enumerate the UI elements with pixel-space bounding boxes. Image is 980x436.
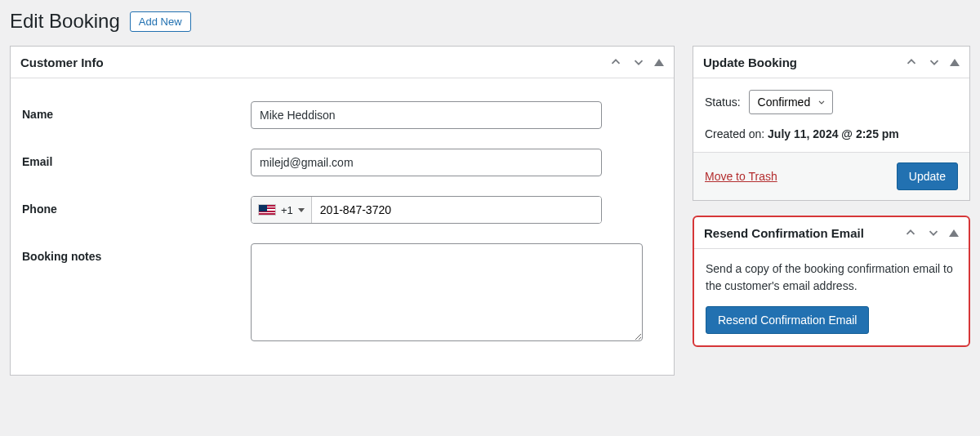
update-booking-title: Update Booking bbox=[703, 56, 797, 69]
toggle-panel-icon[interactable] bbox=[950, 59, 960, 66]
move-up-icon[interactable] bbox=[904, 55, 919, 69]
notes-textarea[interactable] bbox=[251, 243, 643, 341]
resend-email-button[interactable]: Resend Confirmation Email bbox=[706, 306, 869, 334]
move-down-icon[interactable] bbox=[927, 55, 942, 69]
move-down-icon[interactable] bbox=[926, 225, 941, 240]
email-input[interactable] bbox=[251, 149, 602, 176]
phone-label: Phone bbox=[22, 196, 251, 216]
chevron-down-icon bbox=[298, 208, 305, 212]
phone-country-code: +1 bbox=[281, 204, 293, 216]
page-header: Edit Booking Add New bbox=[10, 10, 970, 33]
update-booking-panel: Update Booking Status: Confirmed bbox=[693, 46, 970, 201]
name-row: Name bbox=[22, 101, 662, 129]
phone-input[interactable] bbox=[312, 197, 601, 223]
customer-info-panel: Customer Info Name Email bbox=[10, 46, 675, 376]
customer-info-body: Name Email Phone bbox=[11, 78, 674, 375]
resend-email-actions bbox=[903, 225, 959, 240]
page-title: Edit Booking bbox=[10, 10, 120, 33]
customer-info-actions bbox=[608, 55, 664, 69]
toggle-panel-icon[interactable] bbox=[949, 229, 959, 237]
layout: Customer Info Name Email bbox=[10, 46, 970, 390]
move-to-trash-link[interactable]: Move to Trash bbox=[705, 170, 777, 183]
phone-row: Phone +1 bbox=[22, 196, 662, 224]
created-on-label: Created on: bbox=[705, 127, 764, 140]
created-on-value: July 11, 2024 @ 2:25 pm bbox=[768, 127, 899, 140]
resend-email-header: Resend Confirmation Email bbox=[694, 217, 969, 249]
name-label: Name bbox=[22, 101, 251, 121]
notes-label: Booking notes bbox=[22, 243, 251, 263]
side-column: Update Booking Status: Confirmed bbox=[693, 46, 970, 362]
update-booking-body: Status: Confirmed Created on: July 11, 2… bbox=[693, 78, 969, 152]
toggle-panel-icon[interactable] bbox=[654, 59, 664, 66]
status-label: Status: bbox=[705, 96, 741, 109]
name-input[interactable] bbox=[251, 101, 602, 129]
update-booking-header: Update Booking bbox=[693, 47, 969, 78]
status-select[interactable]: Confirmed bbox=[749, 90, 833, 114]
phone-country-selector[interactable]: +1 bbox=[252, 197, 312, 223]
resend-email-body: Send a copy of the booking confirmation … bbox=[694, 249, 969, 345]
add-new-button[interactable]: Add New bbox=[130, 11, 191, 32]
resend-email-panel: Resend Confirmation Email Send a copy of… bbox=[693, 216, 970, 347]
move-up-icon[interactable] bbox=[903, 225, 918, 240]
update-button[interactable]: Update bbox=[897, 162, 958, 190]
created-on-line: Created on: July 11, 2024 @ 2:25 pm bbox=[705, 127, 958, 140]
email-label: Email bbox=[22, 149, 251, 168]
email-row: Email bbox=[22, 149, 662, 176]
main-column: Customer Info Name Email bbox=[10, 46, 675, 390]
customer-info-header: Customer Info bbox=[11, 47, 674, 78]
update-booking-actions bbox=[904, 55, 960, 69]
customer-info-title: Customer Info bbox=[20, 56, 104, 69]
move-up-icon[interactable] bbox=[608, 55, 623, 69]
status-row: Status: Confirmed bbox=[705, 90, 958, 114]
resend-email-title: Resend Confirmation Email bbox=[704, 226, 864, 240]
us-flag-icon bbox=[258, 204, 276, 216]
notes-row: Booking notes bbox=[22, 243, 662, 344]
phone-field: +1 bbox=[251, 196, 602, 224]
move-down-icon[interactable] bbox=[631, 55, 646, 69]
resend-email-description: Send a copy of the booking confirmation … bbox=[706, 260, 957, 295]
update-booking-footer: Move to Trash Update bbox=[693, 152, 969, 200]
